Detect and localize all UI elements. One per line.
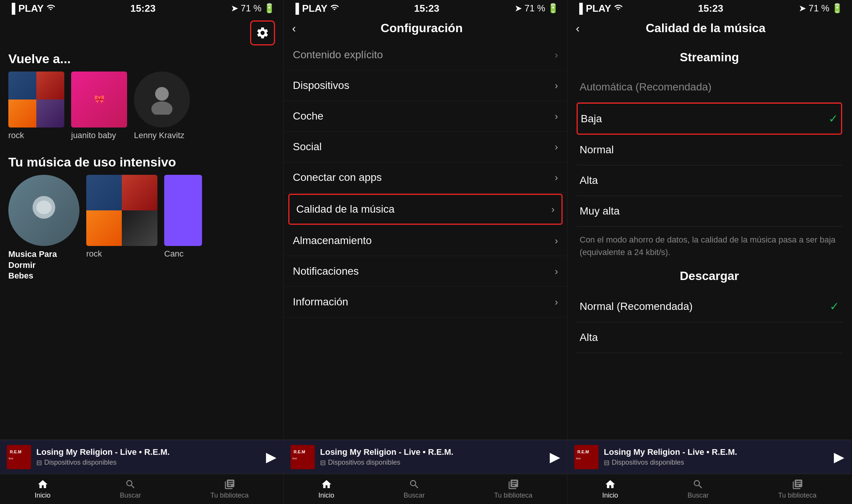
- config-header: ‹ Configuración: [284, 17, 567, 40]
- album-item-canc[interactable]: Canc: [164, 175, 202, 282]
- library-icon-2: [508, 479, 519, 490]
- device-icon-3: ⊟: [604, 459, 609, 467]
- album-thumb-rock: [8, 72, 64, 128]
- settings-item-coche[interactable]: Coche ›: [284, 101, 567, 132]
- album-item-rock2[interactable]: rock: [86, 175, 157, 282]
- nav-library-label-2: Tu biblioteca: [494, 492, 532, 499]
- chevron-conectar: ›: [555, 172, 558, 184]
- svg-text:R.E.M: R.E.M: [294, 450, 305, 454]
- status-time-1: 15:23: [131, 3, 156, 14]
- settings-item-calidad[interactable]: Calidad de la música ›: [288, 194, 563, 225]
- lenny-art: [147, 84, 177, 115]
- back-button-quality[interactable]: ‹: [576, 22, 580, 35]
- library-icon-1: [224, 479, 235, 490]
- quality-option-dl-normal[interactable]: Normal (Recomendada) ✓: [577, 291, 842, 322]
- settings-item-explicit[interactable]: Contenido explícito ›: [284, 40, 567, 70]
- quality-label-automatica: Automática (Recomendada): [580, 81, 712, 93]
- play-button-3[interactable]: ▶: [834, 449, 844, 465]
- album-item-juanito[interactable]: 🎀 juanito baby: [71, 72, 127, 140]
- chevron-explicit: ›: [555, 49, 558, 61]
- album-item-bebes[interactable]: Musica Para DormirBebes: [8, 175, 79, 282]
- settings-label-dispositivos: Dispositivos: [293, 79, 349, 92]
- now-playing-bar-2[interactable]: R.E.M live Losing My Religion - Live • R…: [284, 440, 567, 474]
- bebes-art: [25, 191, 63, 229]
- settings-item-conectar[interactable]: Conectar con apps ›: [284, 162, 567, 193]
- chevron-social: ›: [555, 141, 558, 153]
- carrier-label: PLAY: [18, 3, 44, 14]
- nav-search-1[interactable]: Buscar: [120, 479, 141, 499]
- svg-text:R.E.M: R.E.M: [10, 450, 22, 454]
- album-thumb-bebes: [8, 175, 79, 246]
- quality-option-normal[interactable]: Normal: [577, 135, 842, 165]
- checkmark-baja: ✓: [829, 112, 838, 125]
- album-label-bebes: Musica Para DormirBebes: [8, 249, 79, 282]
- device-icon: ⊟: [36, 459, 42, 467]
- nav-library-1[interactable]: Tu biblioteca: [210, 479, 249, 499]
- settings-label-social: Social: [293, 141, 322, 153]
- svg-point-3: [36, 201, 51, 214]
- album-art-grid-rock2: [86, 175, 157, 246]
- library-icon-3: [792, 479, 803, 490]
- nav-home-1[interactable]: Inicio: [35, 479, 51, 499]
- settings-item-social[interactable]: Social ›: [284, 132, 567, 162]
- settings-item-dispositivos[interactable]: Dispositivos ›: [284, 70, 567, 101]
- nav-search-label-1: Buscar: [120, 492, 141, 499]
- album-label-rock2: rock: [86, 249, 102, 259]
- now-playing-bar-3[interactable]: R.E.M live Losing My Religion - Live • R…: [567, 440, 851, 474]
- nav-home-3[interactable]: Inicio: [602, 479, 618, 499]
- nav-search-3[interactable]: Buscar: [687, 479, 709, 499]
- settings-button[interactable]: [250, 20, 275, 45]
- play-button-2[interactable]: ▶: [550, 449, 560, 465]
- battery-label-2: 71 %: [524, 3, 545, 14]
- battery-label-3: 71 %: [808, 3, 829, 14]
- signal-icon-2: ▐: [292, 3, 299, 14]
- nav-home-label-3: Inicio: [602, 492, 618, 499]
- back-button-config[interactable]: ‹: [292, 22, 296, 35]
- intensive-albums-row: Musica Para DormirBebes rock Canc: [0, 175, 283, 282]
- now-playing-device-3: ⊟ Dispositivos disponibles: [604, 459, 829, 467]
- quality-option-muy-alta[interactable]: Muy alta: [577, 196, 842, 227]
- nav-library-3[interactable]: Tu biblioteca: [778, 479, 816, 499]
- quality-option-alta[interactable]: Alta: [577, 165, 842, 196]
- status-right-3: ➤ 71 % 🔋: [799, 3, 843, 14]
- signal-icon: ▐: [8, 3, 15, 14]
- play-button-1[interactable]: ▶: [266, 449, 277, 465]
- bottom-nav-2: Inicio Buscar Tu biblioteca: [284, 474, 567, 504]
- album-item-lenny[interactable]: Lenny Kravitz: [134, 72, 190, 140]
- svg-text:live: live: [9, 457, 14, 460]
- now-playing-bar-1[interactable]: R.E.M live Losing My Religion - Live • R…: [0, 440, 283, 474]
- wifi-icon-2: [330, 3, 339, 14]
- now-playing-thumb-3: R.E.M live: [574, 445, 599, 469]
- settings-label-coche: Coche: [293, 110, 323, 122]
- quality-option-baja[interactable]: Baja ✓: [577, 103, 842, 135]
- chevron-calidad: ›: [551, 204, 555, 215]
- now-playing-device-2: ⊟ Dispositivos disponibles: [320, 459, 544, 467]
- quality-label-muy-alta: Muy alta: [580, 205, 620, 217]
- album-item-rock[interactable]: rock: [8, 72, 64, 140]
- chevron-coche: ›: [555, 110, 558, 122]
- chevron-notificaciones: ›: [555, 266, 558, 277]
- status-time-3: 15:23: [698, 3, 723, 14]
- settings-label-explicit: Contenido explícito: [293, 49, 383, 61]
- quality-label-dl-normal: Normal (Recomendada): [580, 300, 693, 313]
- settings-label-notificaciones: Notificaciones: [293, 265, 359, 277]
- nav-search-2[interactable]: Buscar: [404, 479, 425, 499]
- svg-text:live: live: [292, 457, 297, 460]
- config-title: Configuración: [303, 21, 541, 35]
- section-title-1: Vuelve a...: [0, 48, 283, 72]
- quality-option-dl-alta[interactable]: Alta: [577, 322, 842, 353]
- nav-home-label-1: Inicio: [35, 492, 51, 499]
- settings-item-notificaciones[interactable]: Notificaciones ›: [284, 256, 567, 287]
- battery-icon-2: 🔋: [547, 3, 559, 14]
- settings-item-informacion[interactable]: Información ›: [284, 287, 567, 317]
- status-bar-1: ▐ PLAY 15:23 ➤ 71 % 🔋: [0, 0, 283, 17]
- home-icon-1: [37, 479, 48, 490]
- settings-item-almacenamiento[interactable]: Almacenamiento ›: [284, 226, 567, 256]
- signal-icon-3: ▐: [576, 3, 583, 14]
- quality-option-automatica[interactable]: Automática (Recomendada): [577, 72, 842, 103]
- album-thumb-juanito: 🎀: [71, 72, 127, 128]
- nav-home-2[interactable]: Inicio: [319, 479, 334, 499]
- now-playing-title-2: Losing My Religion - Live • R.E.M.: [320, 447, 544, 457]
- search-icon-3: [692, 479, 704, 490]
- nav-library-2[interactable]: Tu biblioteca: [494, 479, 532, 499]
